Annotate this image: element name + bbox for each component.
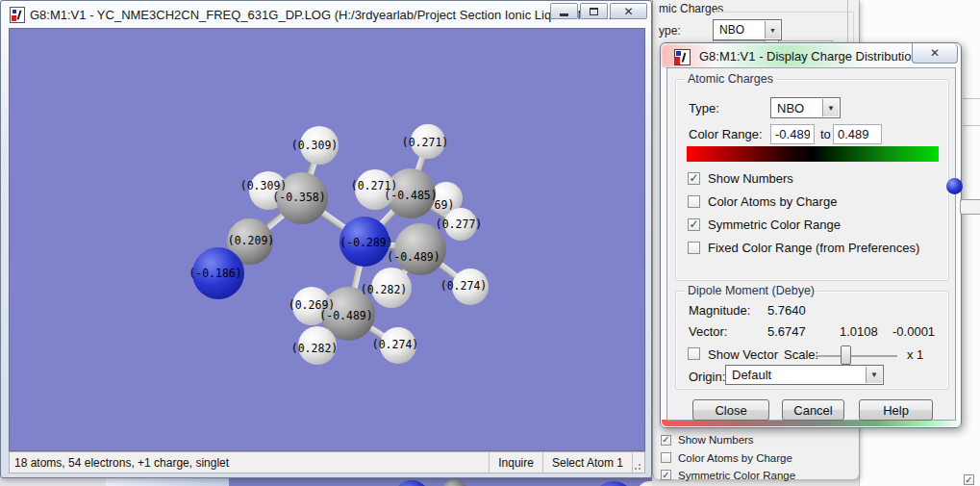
checkbox-label: Show Numbers [708,171,793,186]
window-border-fragment [106,477,229,486]
charge-label: (-0.489) [387,250,440,264]
checkbox[interactable] [688,195,700,208]
charge-label: (0.274) [372,338,418,351]
atom-sphere-icon[interactable] [946,178,963,194]
scale-slider-thumb[interactable] [841,345,851,365]
check-icon: ✓ [689,219,698,229]
charge-label: (-0.489) [319,309,372,322]
checkbox-row[interactable]: Color Atoms by Charge [688,190,919,213]
charge-color-gradient [687,146,939,162]
close-dialog-button[interactable]: Close [692,399,769,421]
cancel-button[interactable]: Cancel [782,399,844,421]
type-label: Type: [689,101,719,115]
combobox-value: NBO [719,23,744,37]
checkbox[interactable] [688,242,700,254]
range-min-input[interactable] [770,124,815,144]
type-combobox[interactable]: NBO ▼ [713,19,782,40]
background-tab-fragment [960,199,980,215]
range-max-input[interactable] [833,124,882,144]
type-combobox[interactable]: NBO ▼ [770,97,841,118]
show-vector-label: Show Vector [708,347,778,362]
help-button[interactable]: Help [859,399,933,421]
show-vector-checkbox[interactable] [688,347,700,360]
vector-z: -0.0001 [892,324,935,339]
checkbox-row[interactable]: Color Atoms by Charge [661,448,795,466]
group-caption: Atomic Charges [685,72,776,86]
molecule-viewport[interactable]: (0.271)(0.309)(0.309)69)(-0.485)(0.271)(… [9,28,645,451]
atom-c[interactable] [394,223,446,275]
charge-label: (-0.186) [188,267,241,280]
magnitude-label: Magnitude: [689,303,750,318]
divider [963,125,980,126]
chevron-down-icon[interactable]: ▼ [765,21,780,38]
background-panel-edge [847,0,848,42]
checkbox[interactable]: ✓ [688,218,700,231]
checkbox-row[interactable]: ✓Show Numbers [661,431,795,448]
checkbox-row[interactable]: ✓Symmetric Color Range [688,213,919,236]
maximize-button[interactable] [580,3,608,19]
range-to-label: to [820,127,831,141]
scale-label: Scale: [784,347,818,362]
charge-label: (0.282) [361,283,407,296]
checkbox-row[interactable]: Fixed Color Range (from Preferences) [688,236,919,259]
glass-tint [662,420,960,426]
check-icon: ✓ [689,173,698,183]
vector-label: Vector: [689,324,727,339]
divider [963,98,980,99]
title-bar[interactable]: G8:M1:V1 - YC_NME3CH2CN_FREQ_631G_DP.LOG… [1,1,651,28]
checkbox[interactable] [661,452,671,463]
checkbox-row[interactable]: ✓Symmetric Color Range [661,467,795,484]
color-range-label: Color Range: [689,127,763,141]
background-viewport-strip [106,477,652,486]
checkbox-label: Symmetric Color Range [678,470,795,481]
scale-slider-track[interactable] [816,355,897,357]
check-icon: ✓ [965,475,972,485]
maximize-icon [590,8,598,15]
viewport-fragment [229,477,652,486]
magnitude-value: 5.7640 [767,303,806,318]
dialog-title-bar[interactable]: G8:M1:V1 - Display Charge Distribution ✕ [661,43,961,67]
checkbox-label: Show Numbers [678,434,754,446]
close-button[interactable]: ✕ [610,3,647,19]
resize-grip[interactable] [633,452,644,473]
origin-combobox[interactable]: Default ▼ [725,365,884,385]
dialog-body: Atomic Charges Type: NBO ▼ Color Range: … [666,67,956,421]
checkbox-label: Color Atoms by Charge [708,194,837,209]
charge-distribution-dialog: G8:M1:V1 - Display Charge Distribution ✕… [660,42,962,428]
charge-label: (0.274) [440,279,487,293]
checkbox[interactable]: ✓ [688,172,700,185]
checkbox[interactable]: ✓ [661,470,671,480]
app-icon [674,49,691,65]
charge-label: (0.209) [228,234,274,247]
status-bar: 18 atoms, 54 electrons, +1 charge, singl… [9,451,645,473]
charge-label: (0.277) [436,217,482,231]
status-inquire: Inquire [490,456,542,470]
checkbox-label: Fixed Color Range (from Preferences) [708,241,919,255]
minimize-button[interactable] [550,3,578,19]
close-icon: ✕ [623,5,633,18]
charge-label: (0.309) [291,139,338,152]
dipole-moment-group: Dipole Moment (Debye) Magnitude: 5.7640 … [675,291,949,390]
charge-label: (-0.358) [272,191,325,204]
chevron-down-icon[interactable]: ▼ [866,367,882,383]
dialog-title: G8:M1:V1 - Display Charge Distribution [699,49,918,64]
minimize-icon [560,13,568,16]
checkbox-row[interactable]: ✓Show Numbers [688,166,919,190]
combobox-value: NBO [777,101,804,115]
app-icon [10,7,25,23]
background-checkbox-list: ✓Show NumbersColor Atoms by Charge✓Symme… [661,431,795,484]
checkbox[interactable]: ✓ [964,474,974,485]
combobox-value: Default [732,368,771,382]
close-button[interactable]: ✕ [912,43,958,64]
group-caption: Dipole Moment (Debye) [685,284,817,297]
checkbox[interactable]: ✓ [661,435,671,446]
vector-x: 5.6747 [767,324,806,339]
background-partial-checkbox[interactable]: ✓ [964,474,974,485]
status-info: 18 atoms, 54 electrons, +1 charge, singl… [10,456,489,470]
main-window: G8:M1:V1 - YC_NME3CH2CN_FREQ_631G_DP.LOG… [0,0,652,478]
charge-label: (0.282) [291,342,338,355]
chevron-down-icon[interactable]: ▼ [822,99,839,116]
origin-label: Origin: [689,370,725,384]
charge-label: (0.271) [402,136,448,149]
checkbox-label: Color Atoms by Charge [678,452,792,464]
